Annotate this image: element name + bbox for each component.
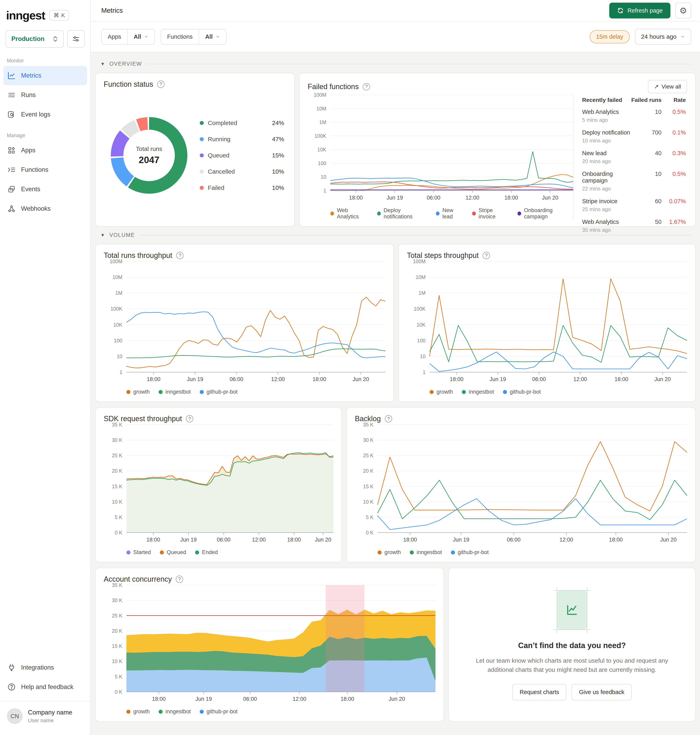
legend-dot	[200, 121, 204, 125]
command-k-shortcut[interactable]: ⌘ K	[49, 10, 69, 21]
legend-item-onboarding-campaign[interactable]: Onboarding campaign	[518, 207, 573, 220]
failed-fn-runs: 700	[631, 129, 662, 136]
content: ▼ OVERVIEW Function status ? Total	[91, 52, 700, 735]
help-circle-icon[interactable]: ?	[157, 81, 165, 88]
sidebar-item-integrations[interactable]: Integrations	[3, 658, 87, 677]
give-feedback-button[interactable]: Give us feedback	[572, 684, 632, 700]
y-axis-tick: 15 K	[112, 643, 122, 649]
legend-item-github-pr-bot[interactable]: github-pr-bot	[503, 389, 541, 395]
legend-item-github-pr-bot[interactable]: github-pr-bot	[200, 708, 238, 715]
y-axis-tick: 30 K	[363, 437, 374, 443]
recently-failed-row[interactable]: New lead20 mins ago400.3%	[582, 150, 686, 165]
y-axis-tick: 35 K	[112, 422, 122, 428]
legend-item-growth[interactable]: growth	[126, 708, 150, 715]
legend-item-failed[interactable]: Failed10%	[200, 184, 284, 191]
legend-item-growth[interactable]: growth	[378, 549, 401, 555]
y-axis-tick: 25 K	[112, 452, 122, 458]
overview-section-header[interactable]: ▼ OVERVIEW	[100, 61, 691, 67]
y-axis-tick: 1M	[319, 119, 326, 125]
recently-failed-row[interactable]: Web Analytics35 mins ago501.67%	[582, 219, 686, 233]
help-circle-icon[interactable]: ?	[186, 415, 193, 423]
sidebar-item-help-and-feedback[interactable]: Help and feedback	[3, 678, 87, 697]
y-axis-tick: 10	[321, 174, 326, 180]
sidebar-item-metrics[interactable]: Metrics	[3, 66, 87, 85]
total-steps-card: Total steps throughput ? 11010010K100K1M…	[399, 244, 696, 402]
sidebar-item-webhooks[interactable]: Webhooks	[3, 199, 87, 218]
legend-item-github-pr-bot[interactable]: github-pr-bot	[200, 389, 238, 395]
environment-select[interactable]: Production	[6, 30, 63, 48]
refresh-page-button[interactable]: Refresh page	[609, 3, 671, 18]
help-circle-icon[interactable]: ?	[176, 576, 183, 583]
sidebar-footer-nav: IntegrationsHelp and feedback	[0, 658, 90, 697]
legend-item-deploy-notifications[interactable]: Deploy notifications	[377, 207, 427, 220]
x-axis-tick: 12:00	[559, 537, 573, 543]
donut-center-label: Total runs	[136, 146, 162, 152]
sidebar-item-events[interactable]: Events	[3, 180, 87, 199]
cant-find-title: Can’t find the data you need?	[518, 641, 626, 650]
sidebar-item-event-logs[interactable]: Event logs	[3, 105, 87, 124]
sidebar-item-label: Integrations	[21, 664, 54, 671]
help-circle-icon[interactable]: ?	[176, 252, 184, 259]
x-axis-tick: Jun 19	[187, 376, 203, 383]
help-icon	[7, 683, 16, 691]
view-all-button[interactable]: ↗ View all	[648, 80, 687, 93]
sidebar-item-label: Functions	[21, 166, 48, 174]
series-github-pr-bot	[126, 312, 385, 358]
legend-item-inngestbot[interactable]: inngestbot	[159, 389, 191, 395]
legend-item-growth[interactable]: growth	[429, 389, 453, 395]
collapse-triangle-icon: ▼	[100, 233, 105, 238]
legend-item-web-analytics[interactable]: Web Analytics	[330, 207, 368, 220]
x-axis-tick: 12:00	[271, 376, 285, 383]
legend-item-queued[interactable]: Queued	[160, 549, 186, 555]
legend-dot	[451, 551, 455, 554]
y-axis-tick: 10M	[416, 274, 425, 280]
legend-item-completed[interactable]: Completed24%	[200, 119, 284, 127]
recently-failed-row[interactable]: Stripe invoice25 mins ago600.07%	[582, 198, 686, 212]
legend-item-github-pr-bot[interactable]: github-pr-bot	[451, 549, 489, 555]
integrations-icon	[7, 663, 16, 672]
x-axis-tick: 18:00	[152, 696, 166, 702]
account-menu[interactable]: CN Company name User name	[0, 701, 90, 733]
legend-item-queued[interactable]: Queued15%	[200, 152, 284, 159]
sidebar-item-apps[interactable]: Apps	[3, 141, 87, 160]
legend-dot	[200, 390, 204, 394]
legend-item-cancelled[interactable]: Cancelled10%	[200, 168, 284, 175]
legend-item-inngestbot[interactable]: inngestbot	[462, 389, 494, 395]
y-axis-tick: 10	[117, 354, 122, 359]
help-circle-icon[interactable]: ?	[483, 252, 490, 259]
x-axis-tick: Jun 20	[315, 537, 331, 543]
legend-item-inngestbot[interactable]: inngestbot	[410, 549, 442, 555]
legend-item-growth[interactable]: growth	[126, 389, 150, 395]
functions-filter-value[interactable]: All	[199, 29, 226, 44]
legend-dot	[200, 137, 204, 141]
series-Deploy notifications	[330, 152, 573, 184]
apps-filter-value[interactable]: All	[127, 29, 154, 44]
help-circle-icon[interactable]: ?	[363, 83, 370, 90]
legend-item-ended[interactable]: Ended	[195, 549, 218, 555]
recently-failed-row[interactable]: Onboarding campaign22 mins ago100.5%	[582, 171, 686, 192]
help-circle-icon[interactable]: ?	[385, 415, 392, 423]
legend-dot	[160, 551, 164, 554]
recently-failed-row[interactable]: Deploy notification10 mins ago7000.1%	[582, 129, 686, 144]
request-charts-card: Can’t find the data you need? Let our te…	[449, 568, 696, 722]
y-axis-tick: 10M	[316, 106, 326, 111]
avatar: CN	[7, 708, 23, 724]
request-charts-button[interactable]: Request charts	[512, 684, 566, 700]
time-range-select[interactable]: 24 hours ago	[635, 29, 691, 44]
functions-filter: Functions All	[160, 29, 226, 44]
sidebar-item-functions[interactable]: Functions	[3, 160, 87, 179]
legend-item-stripe-invoice[interactable]: Stripe invoice	[472, 207, 509, 220]
x-axis-tick: 18:00	[615, 376, 628, 383]
legend-item-new-lead[interactable]: New lead	[436, 207, 463, 220]
recently-failed-row[interactable]: Web Analytics5 mins ago100.5%	[582, 109, 686, 123]
series-growth	[378, 442, 687, 511]
legend-item-inngestbot[interactable]: inngestbot	[159, 708, 191, 715]
legend-item-started[interactable]: Started	[126, 549, 151, 555]
sidebar: inngest ⌘ K Production Monitor MetricsRu…	[0, 0, 91, 735]
failed-fn-runs: 50	[631, 219, 662, 225]
series-growth	[126, 297, 385, 368]
sidebar-item-runs[interactable]: Runs	[3, 85, 87, 105]
environment-filter-button[interactable]	[67, 30, 85, 48]
legend-item-running[interactable]: Running47%	[200, 136, 284, 143]
settings-button[interactable]: ⚙	[675, 3, 691, 18]
